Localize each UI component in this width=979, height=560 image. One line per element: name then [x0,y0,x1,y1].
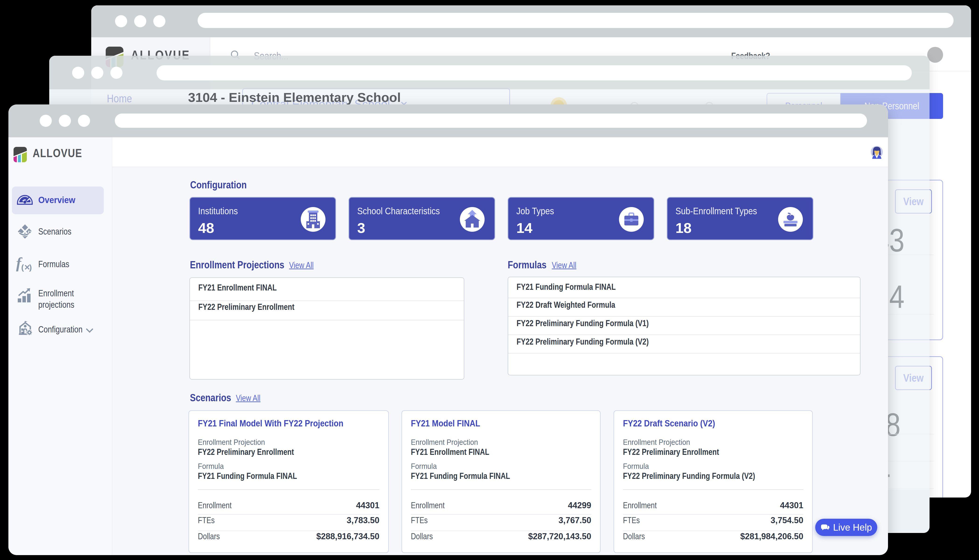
svg-text:(: ( [21,263,24,272]
svg-text:): ) [29,263,32,272]
